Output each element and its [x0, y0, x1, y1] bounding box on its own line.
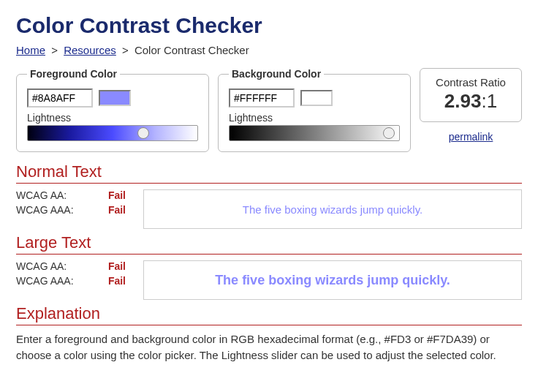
slider-thumb[interactable] [137, 127, 149, 139]
normal-aa-label: WCAG AA: [16, 189, 67, 201]
normal-aaa-status: Fail [108, 204, 126, 216]
contrast-ratio-box: Contrast Ratio 2.93:1 [420, 68, 522, 122]
contrast-ratio-label: Contrast Ratio [429, 76, 512, 88]
page-title: Color Contrast Checker [16, 13, 522, 38]
background-legend: Background Color [229, 68, 324, 80]
explanation-heading: Explanation [16, 304, 522, 325]
normal-aaa-label: WCAG AAA: [16, 204, 74, 216]
breadcrumb-sep: > [122, 44, 129, 56]
background-hex-input[interactable] [229, 88, 295, 108]
contrast-ratio-number: 2.93 [444, 90, 482, 112]
large-text-heading: Large Text [16, 233, 522, 255]
foreground-hex-input[interactable] [27, 88, 93, 108]
foreground-legend: Foreground Color [27, 68, 120, 80]
background-lightness-slider[interactable] [229, 125, 400, 141]
background-lightness-label: Lightness [229, 112, 400, 124]
foreground-lightness-label: Lightness [27, 112, 198, 124]
normal-text-heading: Normal Text [16, 162, 522, 184]
foreground-swatch[interactable] [99, 90, 131, 106]
background-swatch[interactable] [300, 90, 333, 106]
foreground-panel: Foreground Color Lightness [16, 68, 209, 152]
breadcrumb: Home > Resources > Color Contrast Checke… [16, 44, 522, 56]
breadcrumb-resources[interactable]: Resources [64, 44, 116, 56]
slider-thumb[interactable] [383, 127, 395, 139]
large-aaa-label: WCAG AAA: [16, 275, 74, 287]
large-aa-label: WCAG AA: [16, 260, 67, 272]
large-sample-text: The five boxing wizards jump quickly. [215, 273, 450, 288]
normal-sample-text: The five boxing wizards jump quickly. [243, 203, 423, 216]
breadcrumb-sep: > [51, 44, 58, 56]
contrast-ratio-value: 2.93:1 [429, 90, 512, 113]
normal-sample: The five boxing wizards jump quickly. [143, 189, 522, 229]
foreground-lightness-slider[interactable] [27, 125, 198, 141]
normal-aa-status: Fail [108, 189, 126, 201]
large-aa-status: Fail [108, 260, 126, 272]
normal-results: WCAG AA: Fail WCAG AAA: Fail [16, 189, 126, 229]
large-results: WCAG AA: Fail WCAG AAA: Fail [16, 260, 126, 300]
background-panel: Background Color Lightness [218, 68, 411, 152]
breadcrumb-home[interactable]: Home [16, 44, 45, 56]
breadcrumb-current: Color Contrast Checker [134, 44, 249, 56]
contrast-ratio-suffix: :1 [481, 90, 497, 112]
permalink-link[interactable]: permalink [449, 131, 493, 143]
large-aaa-status: Fail [108, 275, 126, 287]
explanation-text: Enter a foreground and background color … [16, 331, 522, 363]
large-sample: The five boxing wizards jump quickly. [143, 260, 522, 300]
